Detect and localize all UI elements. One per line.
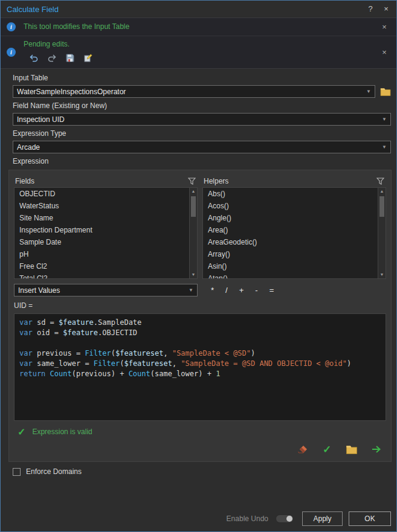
- operator-button[interactable]: -: [255, 286, 257, 295]
- enforce-domains-label: Enforce Domains: [26, 467, 82, 476]
- titlebar: Calculate Field ? ×: [1, 1, 396, 18]
- helper-list-item[interactable]: Area(): [203, 224, 377, 236]
- dialog-footer: Enable Undo Apply OK: [227, 511, 391, 526]
- helper-list-item[interactable]: Asin(): [203, 260, 377, 272]
- helper-list-item[interactable]: Array(): [203, 248, 377, 260]
- operator-button[interactable]: +: [239, 286, 244, 295]
- scroll-up-icon[interactable]: ▲: [190, 188, 197, 195]
- code-line: var oid = $feature.OBJECTID: [19, 328, 381, 338]
- banner-close-icon[interactable]: ×: [378, 22, 390, 31]
- apply-button[interactable]: Apply: [302, 511, 343, 526]
- expression-section-label: Expression: [13, 157, 396, 166]
- edit-pencil-icon[interactable]: [83, 53, 94, 63]
- field-list-item[interactable]: Sample Date: [15, 236, 189, 248]
- info-icon: i: [7, 48, 16, 57]
- redo-icon[interactable]: [47, 53, 57, 63]
- code-line: [19, 338, 381, 348]
- enforce-domains-checkbox[interactable]: [13, 468, 21, 476]
- field-list-item[interactable]: OBJECTID: [15, 188, 189, 200]
- enable-undo-label: Enable Undo: [227, 514, 268, 523]
- ok-button[interactable]: OK: [349, 511, 391, 526]
- valid-check-icon: ✓: [18, 426, 25, 438]
- parameters-form: Input Table WaterSampleInspectionsOperat…: [1, 69, 396, 153]
- code-line: var same_lower = Filter($featureset, "Sa…: [19, 359, 381, 369]
- scrollbar-thumb[interactable]: [379, 196, 384, 217]
- filter-icon[interactable]: [376, 178, 384, 185]
- filter-icon[interactable]: [188, 178, 196, 185]
- scroll-down-icon[interactable]: ▼: [378, 271, 386, 278]
- field-name-group: Field Name (Existing or New) Inspection …: [13, 101, 391, 126]
- operator-button[interactable]: =: [270, 286, 274, 295]
- helpers-header: Helpers: [204, 177, 228, 185]
- expression-type-combobox[interactable]: Arcade ▼: [13, 141, 391, 153]
- field-name-value: Inspection UID: [17, 115, 378, 124]
- field-list-item[interactable]: Inspection Department: [15, 224, 189, 236]
- expression-type-group: Expression Type Arcade ▼: [13, 129, 391, 153]
- chevron-down-icon[interactable]: ▼: [189, 287, 193, 293]
- field-name-combobox[interactable]: Inspection UID ▼: [13, 113, 391, 126]
- helpers-column: Helpers Abs()Acos()Angle()Area()AreaGeod…: [202, 175, 386, 279]
- helper-list-item[interactable]: Abs(): [203, 188, 377, 200]
- input-table-label: Input Table: [13, 74, 391, 83]
- undo-icon[interactable]: [28, 53, 39, 63]
- input-table-combobox[interactable]: WaterSampleInspectionsOperator ▼: [13, 85, 375, 98]
- enable-undo-toggle[interactable]: [276, 514, 294, 523]
- fields-list: OBJECTIDWaterStatusSite NameInspection D…: [14, 187, 198, 279]
- pending-edits-text: Pending edits.: [24, 40, 378, 49]
- expression-code-editor[interactable]: var sd = $feature.SampleDatevar oid = $f…: [14, 313, 386, 421]
- chevron-down-icon[interactable]: ▼: [382, 117, 387, 122]
- scrollbar-thumb[interactable]: [191, 196, 196, 217]
- field-list-item[interactable]: Site Name: [15, 212, 189, 224]
- field-list-item[interactable]: Free Cl2: [15, 260, 189, 272]
- operator-buttons: */+-=: [211, 286, 274, 295]
- validation-message-row: ✓ Expression is valid: [18, 426, 386, 437]
- info-icon: i: [7, 22, 16, 31]
- export-arrow-icon[interactable]: [369, 442, 384, 457]
- tool-message-banner: i This tool modifies the Input Table ×: [1, 18, 396, 36]
- expression-actions: ✓: [14, 442, 386, 457]
- eraser-icon[interactable]: [295, 442, 309, 457]
- fields-column: Fields OBJECTIDWaterStatusSite NameInspe…: [14, 175, 198, 279]
- validate-check-icon[interactable]: ✓: [320, 442, 334, 457]
- chevron-down-icon[interactable]: ▼: [366, 89, 371, 94]
- helper-list-item[interactable]: AreaGeodetic(): [203, 236, 377, 248]
- helper-list-item[interactable]: Angle(): [203, 212, 377, 224]
- scroll-down-icon[interactable]: ▼: [190, 271, 197, 278]
- fields-scrollbar[interactable]: ▲ ▼: [189, 188, 197, 278]
- field-list-item[interactable]: pH: [15, 248, 189, 260]
- expression-panel: Fields OBJECTIDWaterStatusSite NameInspe…: [8, 170, 392, 462]
- input-table-value: WaterSampleInspectionsOperator: [17, 88, 363, 96]
- chevron-down-icon[interactable]: ▼: [382, 144, 387, 150]
- tool-message-text: This tool modifies the Input Table: [24, 22, 129, 31]
- pending-edits-content: Pending edits.: [24, 40, 378, 65]
- banner-close-icon[interactable]: ×: [378, 48, 390, 57]
- field-list-item[interactable]: WaterStatus: [15, 200, 189, 212]
- insert-values-label: Insert Values: [18, 286, 185, 295]
- browse-folder-icon[interactable]: [380, 88, 391, 96]
- validation-message: Expression is valid: [32, 428, 92, 436]
- helpers-scrollbar[interactable]: ▲ ▼: [378, 188, 386, 278]
- fields-header: Fields: [15, 177, 34, 185]
- help-icon[interactable]: ?: [363, 1, 378, 18]
- toggle-knob: [286, 516, 292, 522]
- code-line: var sd = $feature.SampleDate: [19, 318, 381, 328]
- operator-button[interactable]: *: [211, 286, 214, 295]
- close-icon[interactable]: ×: [378, 1, 394, 18]
- helper-list-item[interactable]: Acos(): [203, 200, 377, 212]
- scroll-up-icon[interactable]: ▲: [378, 188, 386, 195]
- edit-toolbar: [28, 53, 378, 63]
- calculate-field-dialog: Calculate Field ? × i This tool modifies…: [0, 0, 397, 532]
- helper-list-item[interactable]: Atan(): [203, 272, 377, 278]
- field-name-label: Field Name (Existing or New): [13, 101, 391, 111]
- save-edits-icon[interactable]: [65, 53, 76, 63]
- code-line: return Count(previous) + Count(same_lowe…: [19, 369, 381, 379]
- field-list-item[interactable]: Total Cl2: [15, 272, 189, 278]
- message-banners: i This tool modifies the Input Table × i…: [1, 18, 396, 69]
- code-line: var previous = Filter($featureset, "Samp…: [19, 348, 381, 359]
- insert-values-combobox[interactable]: Insert Values ▼: [14, 284, 198, 296]
- pending-edits-banner: i Pending edits.: [1, 36, 396, 68]
- open-folder-icon[interactable]: [344, 442, 359, 457]
- input-table-group: Input Table WaterSampleInspectionsOperat…: [13, 74, 391, 98]
- operator-button[interactable]: /: [225, 286, 228, 295]
- expression-type-label: Expression Type: [13, 129, 391, 138]
